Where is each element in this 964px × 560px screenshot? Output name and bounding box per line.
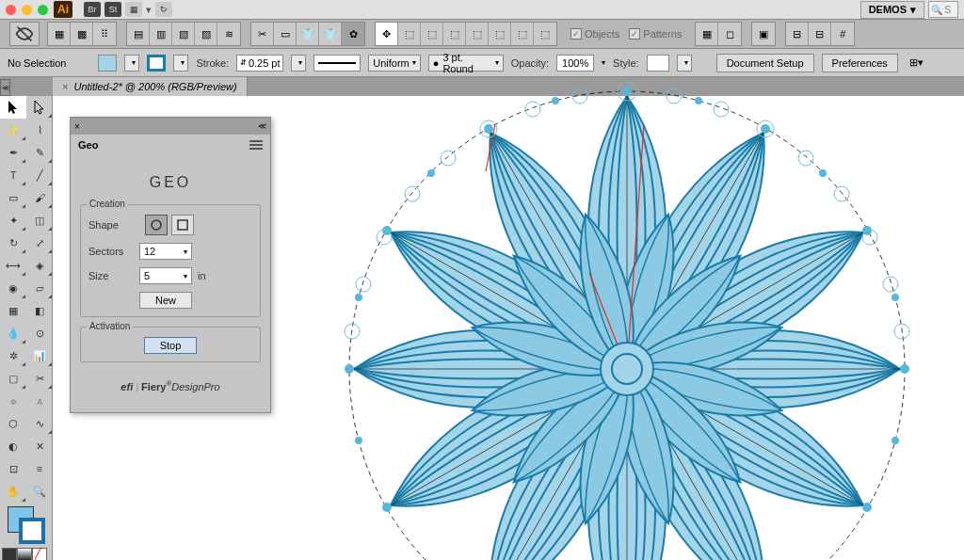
paintbrush-tool[interactable]: 🖌: [26, 186, 53, 209]
preferences-button[interactable]: Preferences: [822, 54, 898, 72]
tool-grid-icon[interactable]: ▩: [71, 23, 93, 45]
tool-a3-icon[interactable]: ⬚: [443, 23, 466, 45]
brush-select[interactable]: ● 3 pt. Round: [428, 55, 504, 72]
gradient-tool[interactable]: ◧: [26, 299, 53, 322]
tool-tile2-icon[interactable]: ▥: [150, 23, 172, 45]
stroke-profile[interactable]: [313, 55, 361, 72]
blend-tool[interactable]: ⊙: [26, 322, 53, 344]
symbol-sprayer-tool[interactable]: ✲: [0, 344, 26, 367]
hand-tool[interactable]: ✋: [0, 480, 26, 503]
custom-tool-3[interactable]: ◐: [0, 435, 26, 457]
slice-tool[interactable]: ✂: [26, 367, 53, 390]
lasso-tool[interactable]: ⌇: [26, 119, 53, 141]
rectangle-tool[interactable]: ▭: [0, 186, 26, 209]
tool-image-icon[interactable]: ▭: [274, 23, 297, 45]
shape-circle-button[interactable]: [145, 215, 168, 235]
search-field[interactable]: 🔍 S: [928, 1, 958, 18]
close-panel-icon[interactable]: ×: [74, 121, 80, 132]
shaper-tool[interactable]: ✦: [0, 209, 26, 232]
selection-tool[interactable]: [0, 96, 26, 119]
stroke-dropdown[interactable]: [173, 55, 188, 72]
tool-cut-icon[interactable]: ✂: [251, 23, 274, 45]
tool-tile3-icon[interactable]: ▧: [172, 23, 195, 45]
fill-stroke-control[interactable]: [0, 503, 52, 548]
fill-swatch[interactable]: [98, 55, 117, 72]
tool-a1-icon[interactable]: ⬚: [398, 23, 421, 45]
minimize-window-button[interactable]: [22, 5, 32, 15]
curvature-tool[interactable]: ✎: [26, 141, 53, 164]
tool-a7-icon[interactable]: ⬚: [534, 23, 556, 45]
tool-swatch-icon[interactable]: ▦: [48, 23, 71, 45]
perspective-tool[interactable]: ▱: [26, 277, 53, 299]
chevron-down-icon[interactable]: ▾: [146, 4, 152, 16]
pen-tool[interactable]: ✒: [0, 141, 26, 164]
custom-tool-1[interactable]: ⟐: [0, 390, 26, 412]
tool-ruler2-icon[interactable]: ⊟: [809, 23, 831, 45]
width-tool[interactable]: ⟷: [0, 254, 26, 277]
scale-tool[interactable]: ⤢: [26, 232, 53, 254]
tool-shirt1-icon[interactable]: 👕: [297, 23, 319, 45]
objects-checkbox[interactable]: ✓ Objects: [570, 28, 619, 40]
shape-geo-tool[interactable]: ⬡: [0, 412, 26, 435]
tool-tile4-icon[interactable]: ▨: [195, 23, 217, 45]
direct-selection-tool[interactable]: [26, 96, 53, 119]
line-tool[interactable]: ╱: [26, 164, 53, 186]
tool-ruler1-icon[interactable]: ⊟: [786, 23, 809, 45]
bridge-icon[interactable]: Br: [84, 2, 101, 17]
maximize-window-button[interactable]: [38, 5, 48, 15]
custom-tool-5[interactable]: ⊡: [0, 457, 26, 480]
custom-tool-2[interactable]: ⟑: [26, 390, 53, 412]
style-dropdown[interactable]: [677, 55, 692, 72]
shape-builder-tool[interactable]: ◉: [0, 277, 26, 299]
workspace-switcher[interactable]: DEMOS ▾: [860, 1, 924, 19]
rotate-tool[interactable]: ↻: [0, 232, 26, 254]
visibility-toggle[interactable]: [9, 22, 40, 46]
stroke-swatch[interactable]: [147, 55, 166, 72]
eraser-tool[interactable]: ◫: [26, 209, 53, 232]
tool-a5-icon[interactable]: ⬚: [489, 23, 511, 45]
tool-hash-icon[interactable]: #: [831, 23, 854, 45]
tool-square-icon[interactable]: ◻: [718, 23, 741, 45]
tool-dots-icon[interactable]: ⠿: [93, 23, 116, 45]
close-tab-icon[interactable]: ×: [62, 81, 68, 92]
tool-a2-icon[interactable]: ⬚: [421, 23, 443, 45]
tool-flower-icon[interactable]: ✿: [342, 23, 364, 45]
stop-button[interactable]: Stop: [144, 337, 197, 354]
patterns-checkbox[interactable]: ✓ Patterns: [629, 28, 682, 40]
panel-titlebar[interactable]: × ≪: [71, 118, 270, 135]
stock-icon[interactable]: St: [104, 2, 121, 17]
tool-a6-icon[interactable]: ⬚: [511, 23, 534, 45]
artboard-tool[interactable]: ▢: [0, 367, 26, 390]
color-solid-icon[interactable]: [2, 548, 17, 560]
mesh-tool[interactable]: ▦: [0, 299, 26, 322]
tool-a4-icon[interactable]: ⬚: [466, 23, 489, 45]
custom-tool-6[interactable]: ≡: [26, 457, 53, 480]
opacity-chevron-icon[interactable]: ▾: [602, 58, 605, 67]
stroke-color-swatch[interactable]: [19, 518, 45, 544]
tool-move-icon[interactable]: ✥: [376, 23, 398, 45]
shape-square-button[interactable]: [171, 215, 194, 235]
arrange-documents-icon[interactable]: ▦: [125, 2, 142, 17]
align-panel-icon[interactable]: ⊞▾: [909, 56, 924, 69]
fill-dropdown[interactable]: [124, 55, 139, 72]
document-tab[interactable]: × Untitled-2* @ 200% (RGB/Preview): [53, 77, 248, 96]
custom-tool-4[interactable]: ✕: [26, 435, 53, 457]
eyedropper-tool[interactable]: 💧: [0, 322, 26, 344]
graph-tool[interactable]: 📊: [26, 344, 53, 367]
style-swatch[interactable]: [647, 55, 669, 72]
free-transform-tool[interactable]: ◈: [26, 254, 53, 277]
collapse-panel-icon[interactable]: ≪: [258, 121, 266, 131]
zoom-tool[interactable]: 🔍: [26, 480, 53, 503]
panel-tab[interactable]: Geo: [71, 135, 270, 155]
magic-wand-tool[interactable]: ✨: [0, 119, 26, 141]
size-select[interactable]: 5: [139, 267, 192, 284]
stroke-profile-select[interactable]: Uniform: [368, 55, 421, 72]
collapse-tabs-icon[interactable]: ≪: [0, 79, 10, 96]
stroke-weight-input[interactable]: ⇵ 0.25 pt: [236, 55, 283, 72]
color-none-icon[interactable]: ╱: [32, 548, 47, 560]
tool-wave-icon[interactable]: ≋: [217, 23, 240, 45]
gpu-toggle-icon[interactable]: ↻: [155, 2, 172, 17]
path-tool[interactable]: ∿: [26, 412, 53, 435]
close-window-button[interactable]: [6, 5, 16, 15]
panel-menu-icon[interactable]: [249, 140, 263, 150]
